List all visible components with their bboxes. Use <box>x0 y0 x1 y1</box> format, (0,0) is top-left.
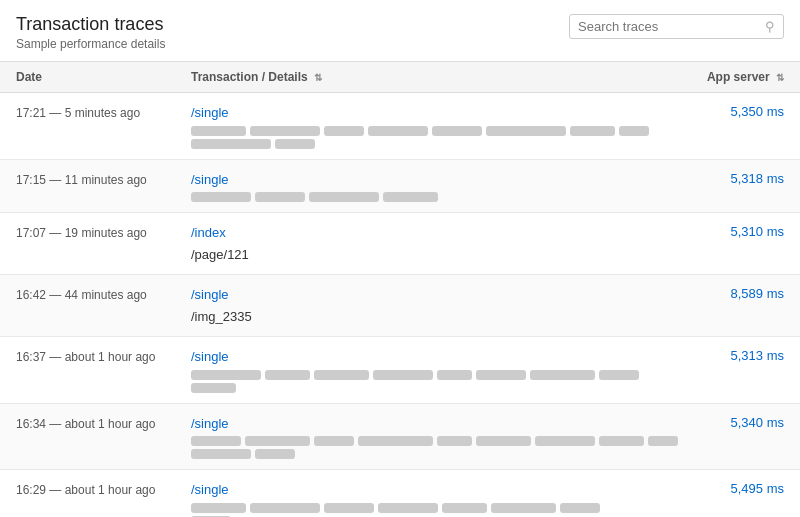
page-header: Transaction traces Sample performance de… <box>0 0 800 61</box>
row-date: 17:15 — 11 minutes ago <box>16 170 191 189</box>
sort-icon-transaction[interactable]: ⇅ <box>314 72 322 83</box>
search-input[interactable] <box>578 19 761 34</box>
col-header-date: Date <box>16 70 191 84</box>
tx-details-blurred <box>191 503 704 513</box>
page-container: Transaction traces Sample performance de… <box>0 0 800 517</box>
table-row[interactable]: 16:37 — about 1 hour ago /single 5,31 <box>0 337 800 404</box>
tx-subpath: /page/121 <box>191 245 704 265</box>
sort-icon-appserver[interactable]: ⇅ <box>776 72 784 83</box>
row-transaction: /single <box>191 480 704 517</box>
tx-path-link[interactable]: /index <box>191 225 226 240</box>
row-transaction: /single <box>191 103 704 149</box>
tx-details-blurred <box>191 126 704 136</box>
row-date: 17:07 — 19 minutes ago <box>16 223 191 242</box>
table-row[interactable]: 17:21 — 5 minutes ago /single <box>0 93 800 160</box>
row-duration: 5,350 ms <box>704 103 784 119</box>
tx-details-blurred-2 <box>191 139 704 149</box>
tx-path-link[interactable]: /single <box>191 172 229 187</box>
row-transaction: /index /page/121 <box>191 223 704 264</box>
row-date: 17:21 — 5 minutes ago <box>16 103 191 122</box>
row-duration: 8,589 ms <box>704 285 784 301</box>
table-row[interactable]: 16:34 — about 1 hour ago /single <box>0 404 800 471</box>
row-transaction: /single <box>191 170 704 203</box>
traces-table: Date Transaction / Details ⇅ App server … <box>0 61 800 517</box>
row-date: 16:42 — 44 minutes ago <box>16 285 191 304</box>
row-transaction: /single <box>191 347 704 393</box>
tx-path-link[interactable]: /single <box>191 105 229 120</box>
search-icon: ⚲ <box>765 19 775 34</box>
tx-path-link[interactable]: /single <box>191 287 229 302</box>
tx-details-blurred <box>191 370 704 380</box>
tx-subpath: /img_2335 <box>191 307 704 327</box>
tx-details-blurred-2 <box>191 449 704 459</box>
tx-details-blurred-2 <box>191 383 704 393</box>
row-duration: 5,313 ms <box>704 347 784 363</box>
table-header-row: Date Transaction / Details ⇅ App server … <box>0 61 800 93</box>
table-row[interactable]: 17:07 — 19 minutes ago /index /page/121 … <box>0 213 800 275</box>
row-date: 16:34 — about 1 hour ago <box>16 414 191 433</box>
row-duration: 5,340 ms <box>704 414 784 430</box>
row-date: 16:29 — about 1 hour ago <box>16 480 191 499</box>
col-header-transaction: Transaction / Details ⇅ <box>191 70 674 84</box>
row-duration: 5,310 ms <box>704 223 784 239</box>
col-header-appserver: App server ⇅ <box>674 70 784 84</box>
page-subtitle: Sample performance details <box>16 37 165 51</box>
row-transaction: /single /img_2335 <box>191 285 704 326</box>
table-row[interactable]: 16:29 — about 1 hour ago /single 5,495 m… <box>0 470 800 517</box>
row-duration: 5,318 ms <box>704 170 784 186</box>
row-transaction: /single <box>191 414 704 460</box>
tx-path-link[interactable]: /single <box>191 482 229 497</box>
table-row[interactable]: 17:15 — 11 minutes ago /single 5,318 ms <box>0 160 800 214</box>
tx-path-link[interactable]: /single <box>191 416 229 431</box>
header-title-group: Transaction traces Sample performance de… <box>16 14 165 51</box>
page-title: Transaction traces <box>16 14 165 35</box>
tx-details-blurred <box>191 436 704 446</box>
tx-path-link[interactable]: /single <box>191 349 229 364</box>
row-duration: 5,495 ms <box>704 480 784 496</box>
tx-details-blurred <box>191 192 704 202</box>
table-row[interactable]: 16:42 — 44 minutes ago /single /img_2335… <box>0 275 800 337</box>
search-box[interactable]: ⚲ <box>569 14 784 39</box>
row-date: 16:37 — about 1 hour ago <box>16 347 191 366</box>
